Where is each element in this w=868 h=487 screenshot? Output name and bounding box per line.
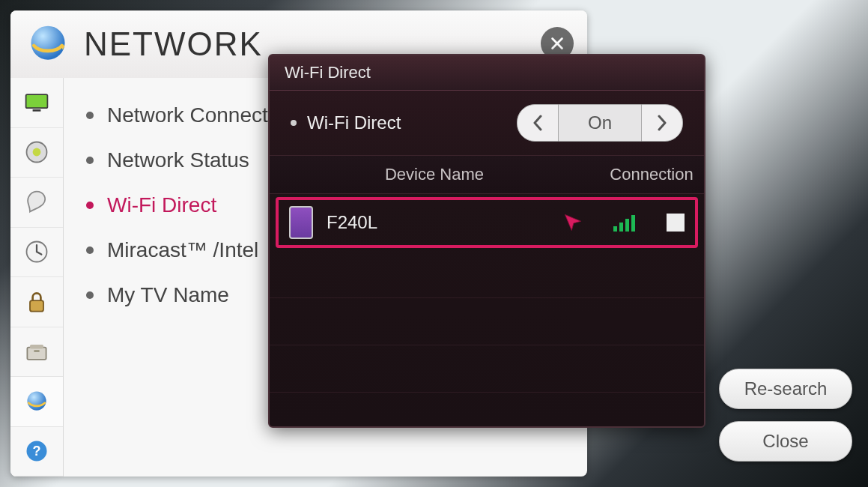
stepper-prev-button[interactable] (517, 104, 559, 142)
sidebar-item-option[interactable] (10, 327, 63, 378)
menu-item-label: Miracast™ /Intel (107, 238, 258, 262)
svg-text:?: ? (33, 444, 41, 459)
device-name: F240L (327, 212, 377, 233)
device-list: F240L (270, 197, 704, 428)
network-globe-icon (25, 22, 70, 67)
svg-rect-10 (34, 350, 39, 352)
col-connection: Connection (599, 165, 704, 184)
wifi-direct-stepper: On (517, 104, 683, 142)
stepper-next-button[interactable] (641, 104, 683, 142)
svg-rect-9 (30, 345, 43, 348)
modal-title: Wi-Fi Direct (270, 55, 704, 91)
close-button[interactable]: Close (719, 421, 852, 462)
col-device-name: Device Name (270, 165, 599, 184)
connection-checkbox[interactable] (667, 214, 685, 232)
device-row-empty (270, 298, 704, 345)
wifi-direct-toggle-row: Wi-Fi Direct On (270, 91, 704, 156)
device-row[interactable]: F240L (276, 197, 698, 248)
sidebar-item-channel[interactable] (10, 178, 63, 228)
bullet-icon (86, 112, 94, 119)
menu-item-label: Wi-Fi Direct (107, 193, 216, 217)
action-buttons: Re-search Close (719, 369, 852, 462)
svg-point-0 (31, 26, 65, 60)
bullet-icon (86, 246, 94, 254)
bullet-icon (86, 291, 94, 299)
svg-rect-3 (33, 109, 41, 112)
bullet-icon (86, 202, 94, 209)
stepper-value: On (559, 104, 641, 142)
signal-strength-icon (613, 214, 635, 232)
page-title: NETWORK (84, 25, 263, 63)
device-list-header: Device Name Connection (270, 156, 704, 194)
svg-rect-8 (27, 348, 46, 360)
wifi-direct-toggle-label: Wi-Fi Direct (291, 112, 401, 133)
sidebar-item-support[interactable]: ? (10, 427, 63, 477)
svg-point-11 (27, 391, 46, 410)
menu-item-label: My TV Name (107, 283, 229, 307)
sidebar-item-sound[interactable] (10, 128, 63, 178)
sidebar-item-picture[interactable] (10, 78, 63, 128)
svg-rect-1 (26, 94, 48, 108)
wifi-direct-modal: Wi-Fi Direct Wi-Fi Direct On Device Name… (268, 54, 705, 428)
device-row-empty (270, 345, 704, 393)
svg-point-5 (33, 148, 41, 157)
sidebar-rail: ? (10, 78, 64, 477)
sidebar-item-time[interactable] (10, 228, 63, 278)
phone-icon (289, 206, 313, 239)
svg-rect-7 (30, 300, 43, 311)
research-button[interactable]: Re-search (719, 369, 852, 409)
sidebar-item-lock[interactable] (10, 277, 63, 327)
device-row-empty (270, 251, 704, 298)
bullet-icon (86, 157, 94, 164)
cursor-icon (562, 212, 583, 233)
menu-item-label: Network Status (107, 148, 249, 172)
sidebar-item-network[interactable] (10, 377, 63, 427)
